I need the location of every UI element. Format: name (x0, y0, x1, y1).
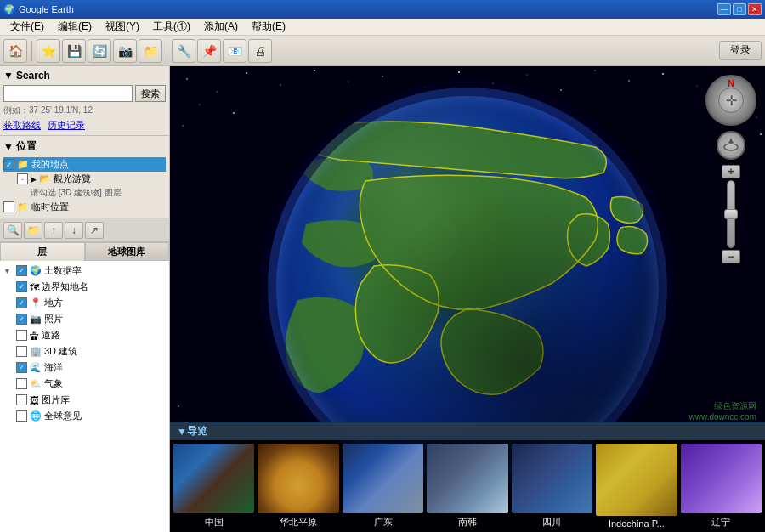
svg-point-3 (246, 72, 247, 74)
temp-places-item[interactable]: 📁 临时位置 (3, 200, 166, 214)
up-btn[interactable]: ↑ (44, 222, 63, 239)
tour-huabei[interactable]: 华北平原 (258, 444, 338, 529)
zoom-out-button[interactable]: − (722, 250, 740, 263)
search-title: Search (16, 70, 50, 82)
roads-label: 道路 (42, 329, 60, 342)
login-button[interactable]: 登录 (719, 41, 762, 60)
gallery-checkbox[interactable] (16, 394, 27, 405)
svg-point-15 (662, 73, 664, 75)
toolbar-settings[interactable]: 🔧 (172, 39, 196, 63)
tour-nk[interactable]: 南韩 (427, 444, 507, 529)
toolbar-refresh[interactable]: 🔄 (88, 39, 111, 63)
menu-add[interactable]: 添加(A) (197, 19, 245, 35)
toolbar-print[interactable]: 🖨 (248, 39, 272, 63)
ocean-label: 海洋 (44, 361, 63, 374)
search-input[interactable] (3, 85, 133, 102)
weather-icon: ⛅ (30, 378, 42, 389)
navigation-controls: N ✛ + − (706, 75, 756, 263)
history-link[interactable]: 历史记录 (48, 119, 85, 132)
roads-checkbox[interactable] (16, 330, 27, 341)
toolbar-home[interactable]: 🏠 (3, 39, 27, 63)
tour-liaoning[interactable]: 辽宁 (681, 444, 762, 529)
layer-borders[interactable]: ✓ 🗺 边界知地名 (2, 279, 167, 295)
zoom-slider[interactable] (727, 180, 735, 248)
zoom-thumb[interactable] (724, 209, 738, 219)
layer-terrain[interactable]: ▼ ✓ 🌍 土数据率 (2, 263, 167, 279)
tour-panel: ▼ 导览 中国 华北平原 广东 南韩 (170, 422, 765, 532)
temp-checkbox[interactable] (3, 201, 14, 212)
3d-checkbox[interactable] (16, 346, 27, 357)
sightseeing-checkbox[interactable]: - (17, 173, 28, 184)
toolbar-sep2 (167, 41, 167, 61)
my-places-checkbox[interactable]: ✓ (3, 159, 14, 170)
toolbar-photo[interactable]: 📷 (113, 39, 137, 63)
terrain-checkbox[interactable]: ✓ (16, 265, 27, 276)
layer-global[interactable]: 🌐 全球意见 (2, 408, 167, 424)
places-header: ▼ 位置 (3, 139, 166, 154)
svg-point-22 (182, 125, 183, 126)
tour-sichuan[interactable]: 四川 (512, 444, 592, 529)
toolbar-save[interactable]: 💾 (62, 39, 86, 63)
3d-icon: 🏢 (30, 346, 42, 357)
places-layer-checkbox[interactable]: ✓ (16, 297, 27, 308)
sightseeing-expand-icon: ▶ (31, 175, 37, 184)
close-button[interactable]: ✕ (748, 3, 762, 15)
maximize-button[interactable]: □ (733, 3, 746, 15)
toolbar-star[interactable]: ⭐ (37, 39, 60, 63)
global-checkbox[interactable] (16, 410, 27, 422)
places-title: 位置 (16, 139, 37, 154)
toolbar-pin[interactable]: 📌 (197, 39, 221, 63)
toolbar-folder[interactable]: 📁 (139, 39, 162, 63)
search-button[interactable]: 搜索 (135, 85, 166, 102)
menu-tools[interactable]: 工具(①) (146, 19, 197, 35)
layer-photos[interactable]: ✓ 📷 照片 (2, 311, 167, 327)
get-route-link[interactable]: 获取路线 (3, 119, 41, 132)
export-btn[interactable]: ↗ (85, 222, 104, 239)
svg-marker-37 (728, 139, 734, 143)
svg-point-2 (216, 91, 217, 92)
compass[interactable]: N ✛ (706, 75, 756, 126)
layer-gallery[interactable]: 🖼 图片库 (2, 392, 167, 408)
tour-indochina[interactable]: Indochina P... (596, 444, 677, 529)
sichuan-label: 四川 (512, 516, 592, 529)
toolbar-email[interactable]: 📧 (223, 39, 246, 63)
tilt-button[interactable] (717, 131, 745, 160)
sightseeing-item[interactable]: - ▶ 📂 觀光游覽 (3, 172, 166, 186)
weather-checkbox[interactable] (16, 378, 27, 389)
tour-china[interactable]: 中国 (173, 444, 254, 529)
minimize-button[interactable]: — (717, 3, 731, 15)
folder-small-btn[interactable]: 📁 (24, 222, 42, 239)
down-btn[interactable]: ↓ (65, 222, 83, 239)
places-layer-icon: 📍 (30, 297, 42, 308)
tab-gallery[interactable]: 地球图库 (85, 242, 170, 261)
photos-checkbox[interactable]: ✓ (16, 314, 27, 325)
menu-edit[interactable]: 编辑(E) (51, 19, 99, 35)
zoom-in-small-btn[interactable]: 🔍 (3, 222, 22, 239)
layer-roads[interactable]: 🛣 道路 (2, 327, 167, 343)
layer-ocean[interactable]: ✓ 🌊 海洋 (2, 359, 167, 376)
layer-places[interactable]: ✓ 📍 地方 (2, 295, 167, 311)
tour-header: ▼ 导览 (170, 422, 765, 440)
folder-icon: 📁 (17, 159, 29, 170)
compass-pan-control[interactable]: ✛ (718, 88, 744, 113)
watermark-line1: 绿色资源网 (689, 400, 756, 412)
menu-help[interactable]: 帮助(E) (245, 19, 292, 35)
menu-file[interactable]: 文件(E) (3, 19, 51, 35)
photos-icon: 📷 (30, 314, 42, 325)
my-places-item[interactable]: ✓ 📁 我的地点 (3, 157, 166, 172)
menu-view[interactable]: 视图(Y) (99, 19, 146, 35)
borders-checkbox[interactable]: ✓ (16, 281, 27, 292)
zoom-in-button[interactable]: + (722, 165, 740, 178)
toolbar: 🏠 ⭐ 💾 🔄 📷 📁 🔧 📌 📧 🖨 登录 (0, 36, 765, 66)
app-title: Google Earth (19, 4, 74, 14)
ocean-checkbox[interactable]: ✓ (16, 362, 27, 373)
map-area[interactable]: N ✛ + − ▼ (170, 66, 765, 532)
watermark: 绿色资源网 www.downcc.com (689, 400, 756, 422)
layers-content: ▼ ✓ 🌍 土数据率 ✓ 🗺 边界知地名 ✓ 📍 地方 (0, 261, 169, 532)
toolbar-sep1 (31, 41, 32, 61)
compass-north-label: N (728, 79, 734, 88)
layer-weather[interactable]: ⛅ 气象 (2, 376, 167, 392)
layer-3d[interactable]: 🏢 3D 建筑 (2, 343, 167, 359)
tab-layers[interactable]: 层 (0, 242, 85, 261)
tour-guangdong[interactable]: 广东 (343, 444, 423, 529)
